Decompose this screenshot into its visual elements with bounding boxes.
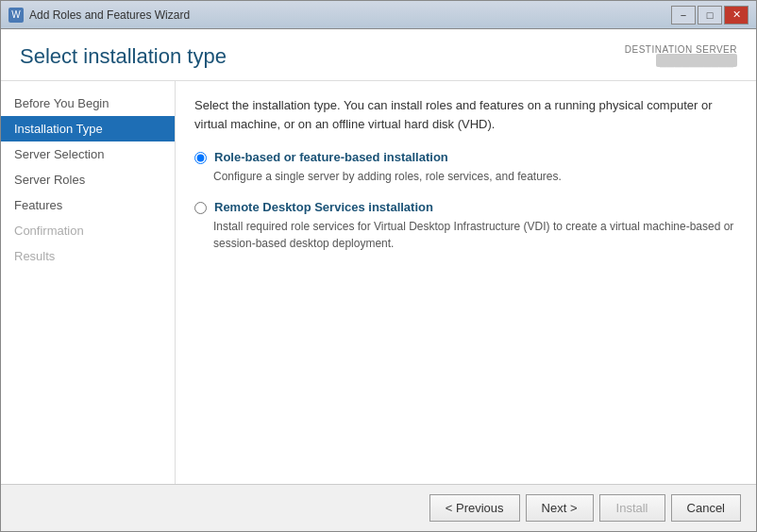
server-name: ██████████ <box>656 54 737 67</box>
sidebar-item-server-roles[interactable]: Server Roles <box>1 167 175 192</box>
option2-block: Remote Desktop Services installation Ins… <box>194 200 737 252</box>
title-bar: W Add Roles and Features Wizard − □ ✕ <box>1 1 756 29</box>
title-bar-buttons: − □ ✕ <box>671 6 749 25</box>
option2-label: Remote Desktop Services installation <box>214 200 433 214</box>
restore-button[interactable]: □ <box>698 6 722 25</box>
option2-desc: Install required role services for Virtu… <box>213 218 737 252</box>
option1-block: Role-based or feature-based installation… <box>194 150 737 185</box>
option1-radio[interactable] <box>194 152 207 164</box>
sidebar-item-features[interactable]: Features <box>1 192 175 218</box>
sidebar: Before You Begin Installation Type Serve… <box>1 81 176 484</box>
option2-radio[interactable] <box>194 202 207 214</box>
option1-desc: Configure a single server by adding role… <box>213 168 737 185</box>
option1-row: Role-based or feature-based installation <box>194 150 737 164</box>
description-text: Select the installation type. You can in… <box>194 96 737 133</box>
option2-row: Remote Desktop Services installation <box>194 200 737 214</box>
previous-button[interactable]: < Previous <box>429 494 520 522</box>
window-icon: W <box>8 8 24 23</box>
cancel-button[interactable]: Cancel <box>671 494 741 522</box>
sidebar-item-results: Results <box>1 243 175 269</box>
sidebar-item-server-selection[interactable]: Server Selection <box>1 141 175 167</box>
window-title: Add Roles and Features Wizard <box>29 8 190 22</box>
main-content: Select the installation type. You can in… <box>176 81 756 484</box>
minimize-button[interactable]: − <box>671 6 696 25</box>
close-button[interactable]: ✕ <box>724 6 749 25</box>
main-body: Before You Begin Installation Type Serve… <box>1 81 756 484</box>
wizard-window: W Add Roles and Features Wizard − □ ✕ Se… <box>0 0 757 532</box>
sidebar-item-before-you-begin[interactable]: Before You Begin <box>1 91 175 116</box>
option1-label: Role-based or feature-based installation <box>214 150 448 164</box>
title-bar-left: W Add Roles and Features Wizard <box>8 8 190 23</box>
sidebar-item-confirmation: Confirmation <box>1 218 175 243</box>
destination-server-panel: DESTINATION SERVER ██████████ <box>625 44 737 66</box>
sidebar-item-installation-type[interactable]: Installation Type <box>1 116 175 141</box>
content-area: Select installation type DESTINATION SER… <box>1 29 756 484</box>
next-button[interactable]: Next > <box>526 494 594 522</box>
page-title: Select installation type <box>20 44 227 69</box>
install-button[interactable]: Install <box>599 494 665 522</box>
footer: < Previous Next > Install Cancel <box>1 484 756 531</box>
page-header: Select installation type DESTINATION SER… <box>1 29 756 81</box>
